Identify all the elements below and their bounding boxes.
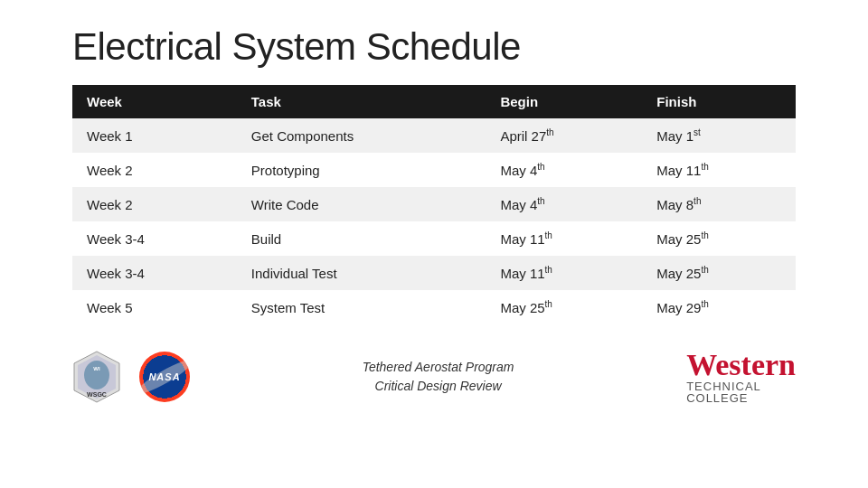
table-row: Week 2PrototypingMay 4thMay 11th xyxy=(72,153,796,187)
cell-task: System Test xyxy=(237,290,486,324)
cell-week: Week 3-4 xyxy=(72,256,237,290)
program-line1: Tethered Aerostat Program xyxy=(363,358,514,377)
col-header-task: Task xyxy=(237,85,486,118)
cell-week: Week 5 xyxy=(72,290,237,324)
cell-task: Individual Test xyxy=(237,256,486,290)
cell-task: Prototyping xyxy=(237,153,486,187)
wsgc-logo: WSGC WI xyxy=(72,350,121,404)
table-row: Week 5System TestMay 25thMay 29th xyxy=(72,290,796,324)
cell-begin: April 27th xyxy=(486,118,642,153)
cell-finish: May 1st xyxy=(642,118,796,153)
western-main-text: Western xyxy=(686,350,796,380)
footer-program-info: Tethered Aerostat Program Critical Desig… xyxy=(363,358,514,396)
cell-finish: May 25th xyxy=(642,221,796,256)
cell-begin: May 4th xyxy=(486,187,642,221)
cell-finish: May 29th xyxy=(642,290,796,324)
svg-text:WSGC: WSGC xyxy=(87,391,107,398)
cell-finish: May 11th xyxy=(642,153,796,187)
footer-logos-left: WSGC WI NASA xyxy=(72,350,190,404)
col-header-finish: Finish xyxy=(642,85,796,118)
nasa-logo: NASA xyxy=(139,352,190,402)
table-header-row: Week Task Begin Finish xyxy=(72,85,796,118)
cell-week: Week 2 xyxy=(72,153,237,187)
western-college-text: College xyxy=(686,392,748,404)
table-row: Week 1Get ComponentsApril 27thMay 1st xyxy=(72,118,796,153)
cell-week: Week 3-4 xyxy=(72,221,237,256)
page-title: Electrical System Schedule xyxy=(0,0,868,85)
cell-begin: May 4th xyxy=(486,153,642,187)
cell-begin: May 25th xyxy=(486,290,642,324)
schedule-table: Week Task Begin Finish Week 1Get Compone… xyxy=(72,85,796,324)
nasa-logo-text: NASA xyxy=(148,371,180,382)
western-college-logo: Western Technical College xyxy=(686,350,796,404)
schedule-table-wrapper: Week Task Begin Finish Week 1Get Compone… xyxy=(72,85,796,324)
cell-begin: May 11th xyxy=(486,221,642,256)
table-row: Week 3-4BuildMay 11thMay 25th xyxy=(72,221,796,256)
cell-task: Write Code xyxy=(237,187,486,221)
cell-finish: May 25th xyxy=(642,256,796,290)
cell-week: Week 1 xyxy=(72,118,237,153)
cell-finish: May 8th xyxy=(642,187,796,221)
cell-week: Week 2 xyxy=(72,187,237,221)
col-header-week: Week xyxy=(72,85,237,118)
col-header-begin: Begin xyxy=(486,85,642,118)
table-row: Week 2Write CodeMay 4thMay 8th xyxy=(72,187,796,221)
footer: WSGC WI NASA Tethered Aerostat Program C… xyxy=(0,333,868,404)
table-row: Week 3-4Individual TestMay 11thMay 25th xyxy=(72,256,796,290)
svg-point-2 xyxy=(84,361,109,389)
svg-text:WI: WI xyxy=(93,366,100,371)
cell-begin: May 11th xyxy=(486,256,642,290)
footer-western-logo: Western Technical College xyxy=(686,350,796,404)
cell-task: Get Components xyxy=(237,118,486,153)
cell-task: Build xyxy=(237,221,486,256)
program-line2: Critical Design Review xyxy=(363,377,514,396)
